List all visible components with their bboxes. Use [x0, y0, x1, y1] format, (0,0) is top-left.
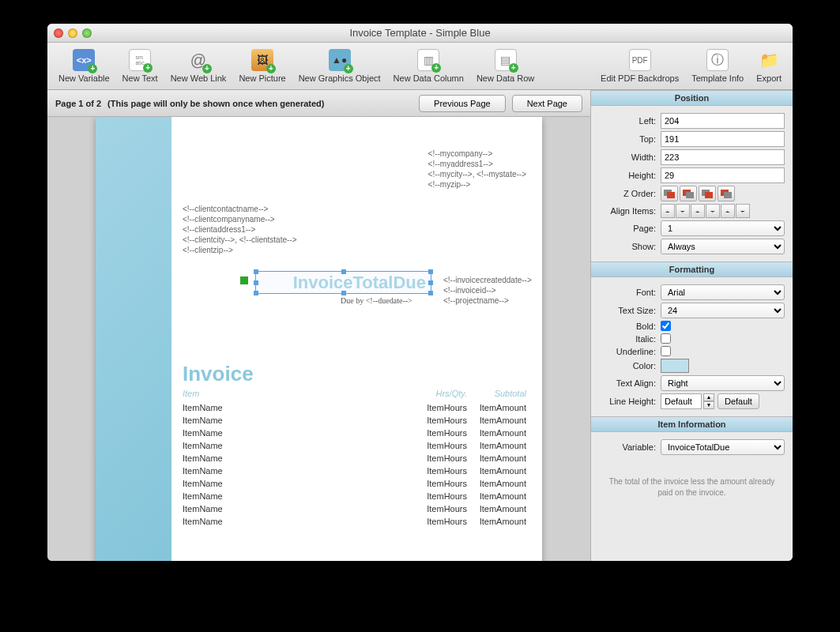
table-row[interactable]: ItemNameItemHoursItemAmount [183, 465, 534, 477]
align-middle-button[interactable]: ⫠ [721, 204, 735, 218]
new-text-button[interactable]: smabc+ New Text [116, 49, 164, 83]
client-block[interactable]: <!--clientcontactname--> <!--clientcompa… [183, 204, 296, 255]
underline-checkbox[interactable] [661, 346, 671, 356]
new-data-column-button[interactable]: ▥+ New Data Column [387, 49, 470, 83]
table-row[interactable]: ItemNameItemHoursItemAmount [183, 452, 534, 465]
bring-forward-button[interactable] [699, 186, 716, 201]
table-row[interactable]: ItemNameItemHoursItemAmount [183, 502, 534, 515]
stepper-up-button[interactable]: ▲ [703, 393, 714, 401]
table-row[interactable]: ItemNameItemHoursItemAmount [183, 490, 534, 502]
table-row[interactable]: ItemNameItemHoursItemAmount [183, 515, 534, 528]
meta-block[interactable]: <!--invoicecreateddate--> <!--invoiceid-… [443, 275, 532, 306]
canvas-area: Page 1 of 2 (This page will only be show… [47, 90, 590, 561]
page-select[interactable]: 1 [661, 220, 785, 236]
company-block[interactable]: <!--mycompany--> <!--myaddress1--> <!--m… [428, 149, 526, 190]
new-data-row-button[interactable]: ▤+ New Data Row [470, 49, 541, 83]
variable-description: The total of the invoice less the amount… [591, 462, 793, 513]
left-input[interactable] [661, 113, 785, 129]
invoice-heading[interactable]: Invoice [183, 362, 254, 386]
previous-page-button[interactable]: Previous Page [419, 95, 506, 112]
rotate-handle-icon[interactable] [240, 276, 248, 284]
page-indicator: Page 1 of 2 [55, 99, 101, 108]
formatting-section-header: Formatting [591, 261, 793, 277]
stepper-down-button[interactable]: ▼ [703, 401, 714, 409]
template-info-button[interactable]: ⓘ Template Info [685, 49, 750, 83]
position-section-header: Position [591, 90, 793, 106]
send-backward-button[interactable] [680, 186, 697, 201]
bring-to-front-button[interactable] [718, 186, 735, 201]
export-button[interactable]: 📁 Export [750, 49, 788, 83]
text-align-select[interactable]: Right [661, 375, 785, 391]
inspector-panel: Position Left: Top: Width: Height: Z Ord… [590, 90, 793, 561]
resize-handle[interactable] [428, 280, 433, 285]
line-height-stepper[interactable]: ▲▼ [661, 393, 714, 409]
bold-checkbox[interactable] [661, 321, 671, 331]
table-header[interactable]: Item Hrs/Qty. Subtotal [183, 389, 534, 398]
table-row[interactable]: ItemNameItemHoursItemAmount [183, 401, 534, 414]
resize-handle[interactable] [254, 269, 258, 274]
variable-select[interactable]: InvoiceTotalDue [661, 439, 785, 455]
table-row[interactable]: ItemNameItemHoursItemAmount [183, 414, 534, 427]
due-by-text[interactable]: Due by <!--duedate--> [341, 295, 412, 306]
resize-handle[interactable] [341, 269, 346, 274]
align-right-button[interactable]: ⫠ [691, 204, 705, 218]
resize-handle[interactable] [428, 291, 433, 295]
show-select[interactable]: Always [661, 239, 785, 254]
new-picture-button[interactable]: 🖼+ New Picture [232, 49, 292, 83]
table-row[interactable]: ItemNameItemHoursItemAmount [183, 439, 534, 452]
new-web-link-button[interactable]: @+ New Web Link [164, 49, 233, 83]
item-info-section-header: Item Information [591, 416, 793, 432]
window-title: Invoice Template - Simple Blue [47, 27, 793, 39]
invoice-total-due-text: InvoiceTotalDue [293, 273, 426, 293]
line-height-default-button[interactable]: Default [718, 393, 759, 409]
toolbar: <x>+ New Variable smabc+ New Text @+ New… [47, 43, 793, 90]
table-rows[interactable]: ItemNameItemHoursItemAmountItemNameItemH… [183, 401, 534, 528]
next-page-button[interactable]: Next Page [512, 95, 582, 112]
text-size-select[interactable]: 24 [661, 303, 785, 318]
align-top-button[interactable]: ⫟ [706, 204, 720, 218]
edit-pdf-backdrops-button[interactable]: PDF Edit PDF Backdrops [594, 49, 685, 83]
titlebar[interactable]: Invoice Template - Simple Blue [47, 24, 793, 43]
align-bottom-button[interactable]: ⫟ [736, 204, 750, 218]
resize-handle[interactable] [428, 269, 433, 274]
top-input[interactable] [661, 131, 785, 147]
resize-handle[interactable] [254, 291, 258, 295]
new-graphics-object-button[interactable]: ▲●+ New Graphics Object [292, 49, 387, 83]
table-row[interactable]: ItemNameItemHoursItemAmount [183, 477, 534, 490]
table-row[interactable]: ItemNameItemHoursItemAmount [183, 427, 534, 439]
selected-element[interactable]: InvoiceTotalDue [255, 271, 431, 294]
page-sidebar-graphic [96, 117, 171, 561]
page-note: (This page will only be shown once when … [107, 99, 324, 108]
italic-checkbox[interactable] [661, 333, 671, 344]
color-well[interactable] [661, 359, 689, 373]
width-input[interactable] [661, 149, 785, 165]
height-input[interactable] [661, 167, 785, 183]
font-select[interactable]: Arial [661, 284, 785, 300]
canvas-scroll[interactable]: <!--mycompany--> <!--myaddress1--> <!--m… [47, 117, 590, 561]
app-window: Invoice Template - Simple Blue <x>+ New … [47, 24, 793, 561]
template-page[interactable]: <!--mycompany--> <!--myaddress1--> <!--m… [96, 117, 542, 561]
align-left-button[interactable]: ⫠ [661, 204, 675, 218]
resize-handle[interactable] [254, 280, 258, 285]
new-variable-button[interactable]: <x>+ New Variable [52, 49, 116, 83]
send-to-back-button[interactable] [661, 186, 678, 201]
align-center-button[interactable]: ⫟ [676, 204, 690, 218]
